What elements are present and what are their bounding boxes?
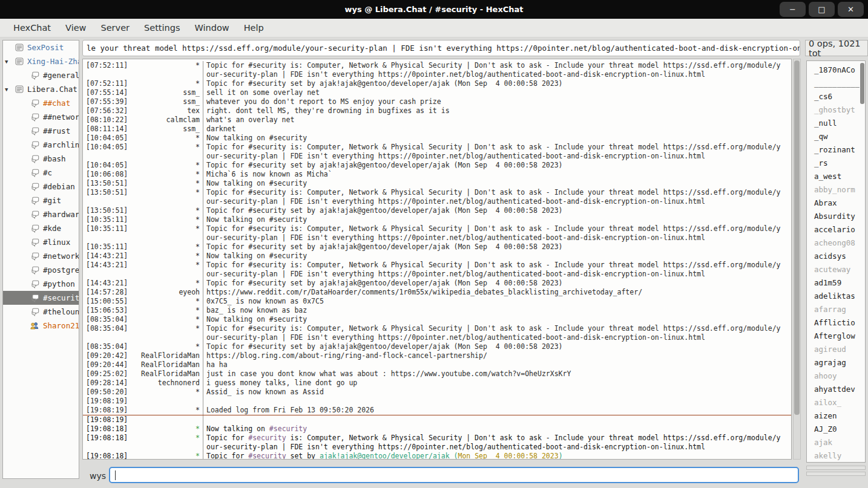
nick[interactable]: technonerd (132, 379, 203, 388)
user-item[interactable]: agrajag (807, 356, 865, 369)
user-item[interactable]: _rs (807, 156, 865, 169)
user-item[interactable]: adeliktas (807, 289, 865, 302)
message: Topic for #security set by ajak!ajak@gen… (203, 161, 791, 170)
sidebar-item--networking[interactable]: #networking (3, 249, 79, 263)
message-input[interactable] (109, 467, 799, 483)
chat-scrollbar-thumb[interactable] (794, 60, 800, 415)
timestamp: [10:35:11] (83, 224, 132, 242)
maximize-button[interactable]: □ (809, 2, 835, 17)
user-item[interactable]: ajak (807, 435, 865, 449)
topic-input[interactable]: le your threat model https://ssd.eff.org… (82, 40, 800, 56)
user-item[interactable]: acidsys (807, 249, 865, 262)
sidebar-item--archlinux[interactable]: #archlinux (3, 138, 79, 152)
nick[interactable]: calmclam (132, 115, 203, 125)
message-text: Topic for #security is: Computer, Networ… (206, 261, 781, 278)
sidebar-item-sexposit[interactable]: SexPosit (3, 41, 79, 54)
nick[interactable]: ssm_ (132, 88, 203, 97)
user-item[interactable]: Afterglow (807, 329, 865, 342)
sidebar-item--debian[interactable]: #debian (3, 180, 79, 194)
sidebar-item--general[interactable]: #general (3, 68, 79, 82)
menu-item-help[interactable]: Help (237, 23, 271, 33)
user-item[interactable]: AJ_Z0 (807, 422, 865, 435)
user-item[interactable]: accelario (807, 223, 865, 236)
user-item[interactable]: _qw (807, 129, 865, 143)
sidebar-item--c[interactable]: #c (3, 166, 79, 180)
minimize-button[interactable]: − (780, 2, 806, 17)
user-item[interactable]: afarrag (807, 302, 865, 316)
user-item[interactable]: _1870nACo (807, 63, 865, 76)
message-link[interactable]: https://www.reddit.com/r/DataHoarder/com… (206, 288, 642, 296)
nick[interactable]: eyeoh (132, 288, 203, 297)
chat-scrollbar[interactable] (793, 59, 801, 460)
user-item[interactable]: abby_norm (807, 183, 865, 196)
message: Assid_ is now known as Assid (203, 388, 791, 397)
userlist-bottom-bar-1[interactable] (806, 466, 866, 470)
sidebar-item--postgresql[interactable]: #postgresql (3, 263, 79, 277)
nick[interactable]: ssm_ (132, 125, 203, 134)
user-item[interactable]: Absurdity (807, 209, 865, 223)
user-item[interactable]: ahyattdev (807, 382, 865, 395)
sidebar-item-libera-chat[interactable]: ▼Libera.Chat (3, 82, 79, 96)
user-item[interactable]: ad1m59 (807, 276, 865, 289)
timestamp: [19:08:19] (83, 397, 132, 406)
menu-item-server[interactable]: Server (93, 23, 137, 33)
tree-expander-icon[interactable]: ▼ (5, 59, 8, 65)
menu-item-hexchat[interactable]: HexChat (6, 23, 58, 33)
user-item[interactable]: aizen (807, 409, 865, 422)
nick[interactable]: RealFloridaMan (132, 360, 203, 369)
user-item[interactable]: _cs6 (807, 89, 865, 103)
sidebar-item-sharon21[interactable]: Sharon21 (3, 319, 79, 333)
userlist-scrollbar-thumb[interactable] (860, 63, 864, 104)
sidebar-item--bash[interactable]: #bash (3, 152, 79, 166)
nick[interactable]: tex (132, 106, 203, 115)
channel-icon (30, 252, 39, 261)
channel-icon (30, 210, 39, 219)
sidebar-item--rust[interactable]: ##rust (3, 124, 79, 138)
nick[interactable]: RealFloridaMan (132, 369, 203, 379)
user-item[interactable]: acuteway (807, 262, 865, 276)
user-item[interactable]: _ghostbyt (807, 103, 865, 116)
sidebar-item--hardware[interactable]: #hardware (3, 207, 79, 221)
user-item[interactable]: a_west (807, 169, 865, 183)
userlist-bottom-bar-2[interactable] (806, 472, 866, 476)
user-item[interactable]: _rozinant (807, 143, 865, 156)
menu-item-settings[interactable]: Settings (137, 23, 187, 33)
sidebar-item--thelounge[interactable]: #thelounge (3, 305, 79, 319)
sidebar-item--git[interactable]: #git (3, 194, 79, 207)
user-item[interactable]: __________ (807, 76, 865, 89)
close-button[interactable]: ✕ (838, 2, 864, 17)
user-name: _rs (807, 158, 828, 168)
user-item[interactable]: Abrax (807, 196, 865, 209)
timestamp: [10:04:05] (83, 134, 132, 143)
menu-item-view[interactable]: View (58, 23, 93, 33)
sidebar-item-label: #thelounge (43, 307, 79, 316)
sidebar-item--chat[interactable]: ##chat (3, 96, 79, 110)
text-caret (115, 470, 116, 480)
message: Now talking on #security (203, 215, 791, 224)
user-item[interactable]: agireud (807, 342, 865, 356)
channel-icon (30, 71, 39, 80)
sidebar-item--security[interactable]: #security (3, 291, 79, 305)
nick[interactable]: ssm_ (132, 97, 203, 106)
sidebar-item--linux[interactable]: #linux (3, 235, 79, 249)
user-name: _rozinant (807, 145, 855, 154)
nick[interactable]: RealFloridaMan (132, 351, 203, 360)
menu-item-window[interactable]: Window (188, 23, 237, 33)
timestamp: [10:04:05] (83, 143, 132, 161)
nick: * (132, 315, 203, 324)
nick: * (132, 306, 203, 315)
user-item[interactable]: Afflictio (807, 316, 865, 329)
sidebar-item--kde[interactable]: #kde (3, 221, 79, 235)
sidebar-item--networking[interactable]: ##networking (3, 110, 79, 124)
message (203, 415, 791, 425)
sidebar-item--python[interactable]: #python (3, 277, 79, 291)
user-item[interactable]: ahooy (807, 369, 865, 382)
user-name: akelly (807, 451, 841, 460)
user-item[interactable]: ailox_ (807, 395, 865, 409)
sidebar-item-xing-hai-zhar[interactable]: ▼Xing-Hai-Zhar (3, 54, 79, 68)
tree-expander-icon[interactable]: ▼ (5, 86, 8, 93)
user-item[interactable]: akelly (807, 449, 865, 462)
message-link[interactable]: https://blog.ring.com/about-ring/ring-an… (206, 351, 487, 360)
user-item[interactable]: acheong08 (807, 236, 865, 249)
user-item[interactable]: _null (807, 116, 865, 129)
